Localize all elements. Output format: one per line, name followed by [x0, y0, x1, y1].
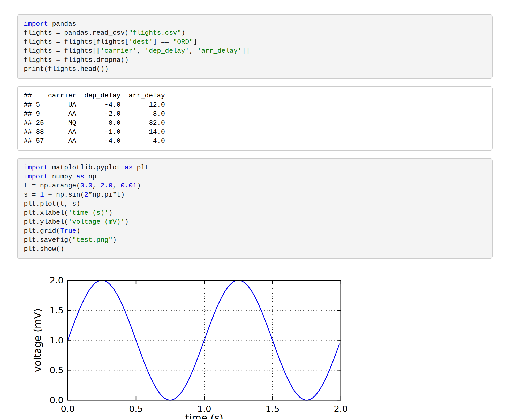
y-tick-label: 1.0 — [50, 335, 64, 346]
x-tick-label: 2.0 — [334, 404, 348, 414]
code-line: print(flights.head()) — [24, 65, 486, 74]
code-line: plt.savefig("test.png") — [24, 236, 486, 245]
voltage-time-plot: 0.00.51.01.52.00.00.51.01.52.0voltage (m… — [0, 266, 514, 419]
x-tick-label: 1.5 — [266, 404, 279, 414]
code-line: flights = flights.dropna() — [24, 56, 486, 65]
x-tick-label: 0.0 — [61, 404, 75, 414]
output-line: ## carrier dep_delay arr_delay — [24, 91, 486, 100]
code-block-matplotlib: import matplotlib.pyplot as pltimport nu… — [17, 158, 493, 259]
output-line: ## 5 UA -4.0 12.0 — [24, 100, 486, 109]
code-line: import numpy as np — [24, 172, 486, 181]
code-line: plt.plot(t, s) — [24, 199, 486, 208]
code-line: s = 1 + np.sin(2*np.pi*t) — [24, 190, 486, 199]
code-line: plt.ylabel('voltage (mV)') — [24, 218, 486, 227]
output-line: ## 57 AA -4.0 4.0 — [24, 137, 486, 146]
rendered-document: import pandasflights = pandas.read_csv("… — [0, 0, 514, 419]
output-line: ## 38 AA -1.0 14.0 — [24, 128, 486, 137]
y-tick-label: 1.5 — [50, 305, 64, 316]
code-block-pandas: import pandasflights = pandas.read_csv("… — [17, 14, 493, 79]
code-line: flights = flights[['carrier', 'dep_delay… — [24, 47, 486, 56]
output-line: ## 9 AA -2.0 8.0 — [24, 109, 486, 118]
y-axis-label: voltage (mV) — [32, 308, 43, 372]
output-block-flights-head: ## carrier dep_delay arr_delay## 5 UA -4… — [17, 86, 493, 151]
y-tick-label: 2.0 — [50, 275, 64, 286]
code-line: import matplotlib.pyplot as plt — [24, 163, 486, 172]
code-line: import pandas — [24, 19, 486, 28]
code-line: plt.show() — [24, 245, 486, 254]
x-tick-label: 0.5 — [129, 404, 143, 414]
y-tick-label: 0.5 — [50, 365, 64, 375]
code-line: flights = flights[flights['dest'] == "OR… — [24, 38, 486, 47]
x-axis-label: time (s) — [185, 412, 223, 419]
code-line: flights = pandas.read_csv("flights.csv") — [24, 28, 486, 38]
code-line: plt.grid(True) — [24, 227, 486, 236]
sine-curve — [68, 280, 339, 400]
output-line: ## 25 MQ 8.0 32.0 — [24, 118, 486, 128]
code-line: plt.xlabel('time (s)') — [24, 208, 486, 218]
code-line: t = np.arange(0.0, 2.0, 0.01) — [24, 181, 486, 190]
